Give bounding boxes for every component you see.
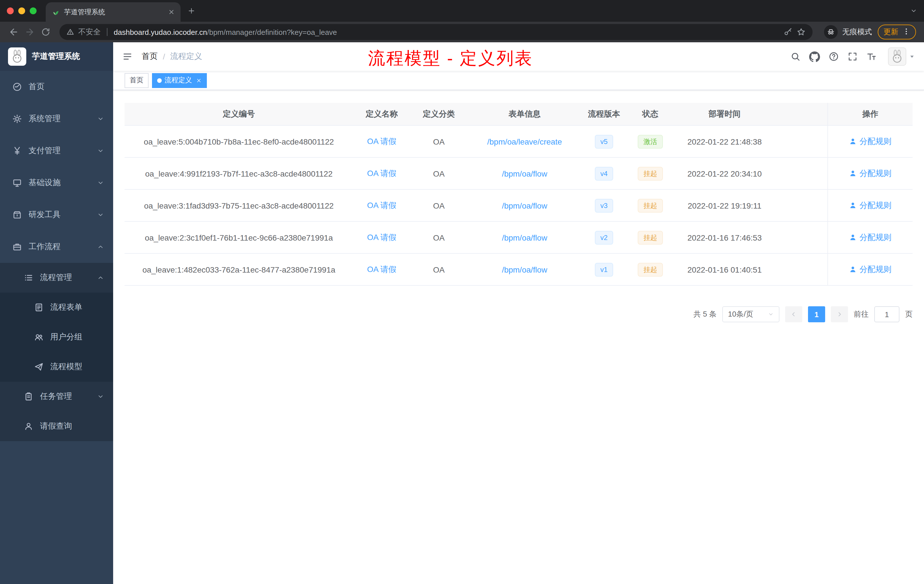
- cell-deploy-time: 2022-01-16 17:46:53: [674, 222, 775, 253]
- reload-icon[interactable]: [38, 24, 54, 40]
- definition-name-link[interactable]: OA 请假: [367, 232, 396, 243]
- header-status: 状态: [626, 103, 674, 125]
- definition-name-link[interactable]: OA 请假: [367, 136, 396, 147]
- cell-definition-id: oa_leave:5:004b710b-7b8a-11ec-8ef0-acde4…: [125, 126, 353, 157]
- version-tag: v1: [594, 262, 613, 276]
- form-info-link[interactable]: /bpm/oa/flow: [502, 201, 548, 210]
- tab-overflow-chevron-icon[interactable]: [910, 7, 917, 14]
- github-icon[interactable]: [809, 51, 820, 62]
- window-minimize-button[interactable]: [18, 7, 25, 14]
- definition-name-link[interactable]: OA 请假: [367, 168, 396, 178]
- table-header-row: 定义编号 定义名称 定义分类 表单信息 流程版本 状态 部署时间 操作: [125, 103, 912, 126]
- page-content: 定义编号 定义名称 定义分类 表单信息 流程版本 状态 部署时间 操作 oa_l…: [113, 90, 924, 584]
- table-row: oa_leave:2:3c1f0ef1-76b1-11ec-9c66-a2380…: [125, 222, 912, 254]
- browser-update-button[interactable]: 更新: [878, 25, 916, 40]
- app-navbar: 首页 / 流程定义: [113, 42, 924, 71]
- active-dot: [157, 78, 162, 82]
- cell-category: OA: [410, 158, 467, 189]
- definition-name-link[interactable]: OA 请假: [367, 200, 396, 211]
- window-close-button[interactable]: [7, 7, 14, 14]
- avatar[interactable]: [888, 48, 906, 66]
- goto-page-input[interactable]: [874, 306, 899, 322]
- browser-tab[interactable]: 芋道管理系统: [46, 2, 181, 22]
- breadcrumb-home[interactable]: 首页: [142, 51, 158, 62]
- warning-icon[interactable]: [66, 28, 74, 36]
- sidebar-item-process-model[interactable]: 流程模型: [0, 352, 113, 382]
- status-tag: 挂起: [638, 167, 663, 180]
- status-tag: 激活: [638, 135, 663, 148]
- sidebar-item-task-management[interactable]: 任务管理: [0, 382, 113, 411]
- sidebar-menu: 首页 系统管理 支付管理: [0, 71, 113, 441]
- header-filler: [775, 103, 827, 125]
- page-number-button[interactable]: 1: [808, 306, 825, 322]
- version-tag: v3: [594, 199, 613, 212]
- assign-rule-button[interactable]: 分配规则: [849, 232, 891, 243]
- sidebar-item-home[interactable]: 首页: [0, 71, 113, 103]
- form-info-link[interactable]: /bpm/oa/leave/create: [487, 137, 562, 146]
- table-row: oa_leave:1:482ec033-762a-11ec-8477-a2380…: [125, 254, 912, 286]
- more-vertical-icon[interactable]: [902, 27, 910, 37]
- pagination: 共 5 条 10条/页 1 前往 页: [125, 306, 912, 322]
- form-info-link[interactable]: /bpm/oa/flow: [502, 265, 548, 274]
- new-tab-icon[interactable]: [187, 7, 195, 15]
- chevron-up-icon: [97, 243, 104, 250]
- version-tag: v5: [594, 135, 613, 148]
- header-process-version: 流程版本: [582, 103, 626, 125]
- star-icon[interactable]: [797, 27, 806, 36]
- sidebar-item-leave-query[interactable]: 请假查询: [0, 411, 113, 441]
- help-icon[interactable]: [828, 51, 839, 62]
- sidebar-item-workflow[interactable]: 工作流程: [0, 231, 113, 263]
- cell-deploy-time: 2022-01-22 19:19:11: [674, 190, 775, 221]
- url-host: dashboard.yudao.iocoder.cn: [114, 28, 207, 36]
- address-bar[interactable]: 不安全 dashboard.yudao.iocoder.cn/bpm/manag…: [59, 24, 813, 40]
- tag-process-definition[interactable]: 流程定义: [152, 73, 207, 88]
- page-size-select[interactable]: 10条/页: [722, 306, 779, 322]
- sidebar-item-user-group[interactable]: 用户分组: [0, 322, 113, 352]
- form-info-link[interactable]: /bpm/oa/flow: [502, 169, 548, 178]
- close-tab-icon[interactable]: [168, 8, 175, 15]
- sidebar-item-process-management[interactable]: 流程管理: [0, 263, 113, 292]
- fullscreen-icon[interactable]: [847, 51, 858, 62]
- browser-toolbar: 不安全 dashboard.yudao.iocoder.cn/bpm/manag…: [0, 22, 924, 42]
- breadcrumb: 首页 / 流程定义: [142, 51, 202, 62]
- chevron-down-icon: [97, 211, 104, 218]
- forward-icon[interactable]: [22, 24, 38, 40]
- assign-rule-button[interactable]: 分配规则: [849, 200, 891, 211]
- cell-category: OA: [410, 254, 467, 285]
- search-icon[interactable]: [790, 51, 800, 62]
- header-definition-category: 定义分类: [410, 103, 467, 125]
- version-tag: v4: [594, 167, 613, 180]
- form-info-link[interactable]: /bpm/oa/flow: [502, 233, 548, 242]
- sidebar-item-payment[interactable]: 支付管理: [0, 135, 113, 167]
- back-icon[interactable]: [6, 24, 22, 40]
- window-zoom-button[interactable]: [30, 7, 36, 14]
- next-page-button[interactable]: [831, 306, 848, 322]
- close-icon[interactable]: [196, 78, 202, 83]
- user-menu[interactable]: [888, 48, 915, 66]
- header-actions: 操作: [827, 103, 912, 125]
- assign-rule-button[interactable]: 分配规则: [849, 136, 891, 147]
- url-text: dashboard.yudao.iocoder.cn/bpm/manager/d…: [114, 28, 337, 36]
- sidebar-item-infrastructure[interactable]: 基础设施: [0, 167, 113, 199]
- sidebar-item-process-form[interactable]: 流程表单: [0, 292, 113, 322]
- tag-home[interactable]: 首页: [125, 73, 148, 88]
- app-shell: 芋道管理系统 首页 系统管理: [0, 42, 924, 584]
- url-path: /bpm/manager/definition?key=oa_leave: [207, 28, 337, 36]
- assign-rule-button[interactable]: 分配规则: [849, 264, 891, 275]
- key-icon[interactable]: [784, 27, 792, 36]
- hamburger-icon[interactable]: [122, 51, 132, 62]
- list-icon: [23, 273, 34, 282]
- cell-deploy-time: 2022-01-22 20:34:10: [674, 158, 775, 189]
- status-tag: 挂起: [638, 199, 663, 212]
- sidebar-item-system[interactable]: 系统管理: [0, 103, 113, 135]
- header-deploy-time: 部署时间: [674, 103, 775, 125]
- assign-rule-button[interactable]: 分配规则: [849, 168, 891, 178]
- sidebar-item-dev-tools[interactable]: 研发工具: [0, 199, 113, 231]
- prev-page-button[interactable]: [785, 306, 802, 322]
- definition-name-link[interactable]: OA 请假: [367, 264, 396, 275]
- main-area: 首页 / 流程定义: [113, 42, 924, 584]
- form-icon: [33, 303, 45, 312]
- sidebar-logo[interactable]: 芋道管理系统: [0, 42, 113, 71]
- person-icon: [23, 422, 34, 431]
- font-size-icon[interactable]: [866, 51, 876, 62]
